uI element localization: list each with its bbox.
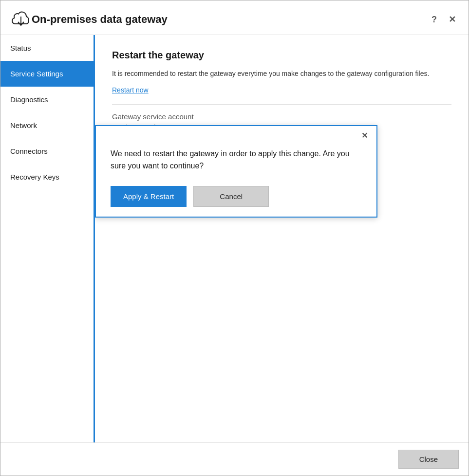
footer: Close: [0, 442, 469, 476]
cancel-button[interactable]: Cancel: [193, 186, 269, 207]
cloud-icon: [10, 9, 32, 30]
sidebar-item-status[interactable]: Status: [0, 35, 94, 61]
main-content: Status Service Settings Diagnostics Netw…: [0, 35, 469, 442]
confirm-dialog: ✕ We need to restart the gateway in orde…: [95, 125, 377, 218]
sidebar: Status Service Settings Diagnostics Netw…: [0, 35, 95, 442]
dialog-body: We need to restart the gateway in order …: [96, 143, 376, 217]
sidebar-item-service-settings[interactable]: Service Settings: [0, 61, 94, 87]
apply-restart-button[interactable]: Apply & Restart: [111, 186, 187, 207]
close-button[interactable]: Close: [398, 450, 459, 469]
title-bar: On-premises data gateway ? ✕: [0, 0, 469, 35]
dialog-message: We need to restart the gateway in order …: [111, 148, 362, 172]
content-area: Restart the gateway It is recommended to…: [95, 35, 469, 442]
sidebar-item-network[interactable]: Network: [0, 112, 94, 138]
window-close-button[interactable]: ✕: [446, 13, 459, 26]
help-button[interactable]: ?: [429, 14, 440, 26]
dialog-close-button[interactable]: ✕: [358, 130, 371, 141]
app-title: On-premises data gateway: [32, 13, 429, 26]
title-bar-controls: ? ✕: [429, 13, 459, 26]
sidebar-item-diagnostics[interactable]: Diagnostics: [0, 87, 94, 112]
dialog-overlay: ✕ We need to restart the gateway in orde…: [95, 35, 469, 442]
sidebar-item-connectors[interactable]: Connectors: [0, 138, 94, 164]
sidebar-item-recovery-keys[interactable]: Recovery Keys: [0, 164, 94, 190]
dialog-actions: Apply & Restart Cancel: [111, 186, 362, 207]
main-window: On-premises data gateway ? ✕ Status Serv…: [0, 0, 469, 476]
dialog-header: ✕: [96, 126, 376, 143]
